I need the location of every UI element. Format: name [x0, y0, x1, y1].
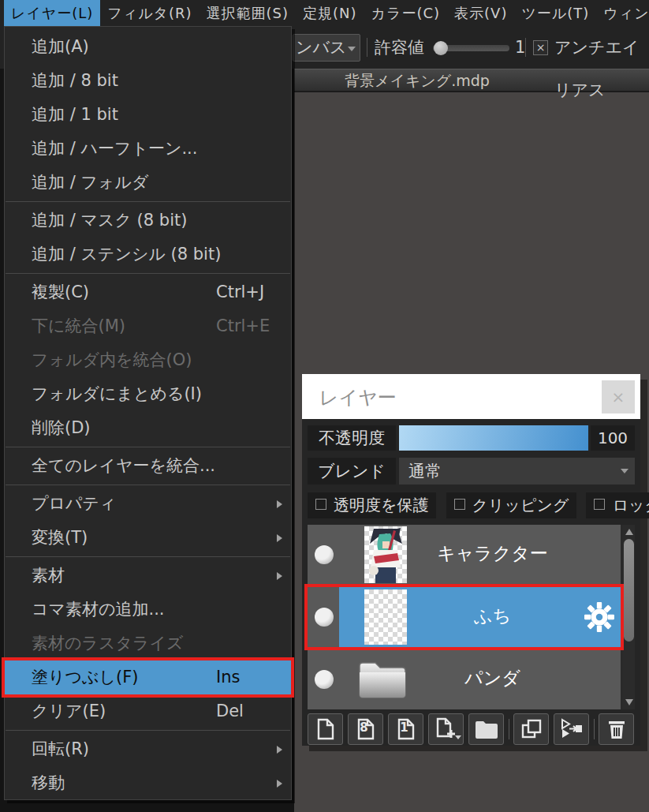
blend-row: ブレンド 通常 — [308, 458, 635, 485]
layers-panel-title: レイヤー — [319, 385, 397, 410]
blend-label: ブレンド — [308, 458, 396, 485]
menubar-item-view[interactable]: 表示(V) — [447, 0, 514, 26]
menu-item-clear[interactable]: クリア(E)Del — [5, 694, 291, 728]
8bit-badge: 8 — [349, 720, 379, 735]
scroll-up-icon[interactable] — [625, 529, 633, 535]
layer-thumbnail — [364, 589, 407, 645]
layers-panel-titlebar[interactable]: レイヤー × — [302, 374, 640, 419]
visibility-toggle-icon[interactable] — [315, 670, 334, 689]
layer-list: キャラクター ふち — [308, 525, 635, 709]
menu-bar: レイヤー(L)フィルタ(R)選択範囲(S)定規(N)カラー(C)表示(V)ツール… — [0, 0, 649, 26]
new-layer-button[interactable] — [308, 713, 343, 745]
menu-item-add[interactable]: 追加(A) — [5, 30, 291, 64]
menubar-item-window[interactable]: ウィンドウ — [596, 0, 649, 26]
layers-panel-body: 不透明度 100 % ブレンド 通常 透明度を保護 クリッピング ロック — [302, 419, 640, 746]
duplicate-layer-button[interactable] — [513, 713, 549, 745]
layer-thumbnail — [364, 526, 407, 583]
new-1bit-layer-button[interactable]: 1 — [388, 713, 423, 745]
menubar-item-tool[interactable]: ツール(T) — [514, 0, 596, 26]
menu-item-add-stencil[interactable]: 追加 / ステンシル (8 bit) — [5, 238, 291, 271]
tolerance-slider-thumb[interactable] — [434, 41, 448, 55]
canvas-button-label: ンバス — [296, 38, 346, 57]
menu-item-group-into-folder[interactable]: フォルダにまとめる(I) — [5, 377, 291, 411]
layer-row-fuchi[interactable]: ふち — [308, 587, 621, 647]
gear-icon[interactable] — [584, 602, 614, 635]
antialias-checkbox[interactable]: × — [533, 40, 548, 55]
close-icon[interactable]: × — [602, 380, 635, 413]
submenu-arrow-icon — [277, 780, 282, 788]
opacity-label: 不透明度 — [308, 425, 396, 451]
new-folder-button[interactable] — [468, 713, 504, 745]
layer-row-character[interactable]: キャラクター — [308, 525, 621, 585]
scroll-down-icon[interactable] — [625, 699, 633, 705]
menubar-item-layer[interactable]: レイヤー(L) — [4, 0, 100, 26]
menubar-item-color[interactable]: カラー(C) — [364, 0, 447, 26]
layer-name: キャラクター — [410, 541, 575, 566]
menu-item-flatten-all[interactable]: 全てのレイヤーを統合... — [5, 449, 291, 483]
chevron-down-icon — [455, 735, 461, 739]
checkbox-square-icon — [454, 499, 465, 510]
menu-item-move[interactable]: 移動 — [5, 766, 291, 800]
tolerance-label: 許容値 — [375, 26, 424, 69]
protect-alpha-checkbox[interactable]: 透明度を保護 — [308, 492, 436, 518]
1bit-badge: 1 — [389, 720, 420, 735]
visibility-toggle-icon[interactable] — [315, 608, 334, 627]
menu-separator — [6, 201, 290, 202]
checkbox-square-icon — [315, 499, 326, 510]
menu-item-add-frame-material[interactable]: コマ素材の追加... — [5, 593, 291, 627]
menu-item-rasterize-material[interactable]: 素材のラスタライズ — [5, 627, 291, 660]
menubar-item-ruler[interactable]: 定規(N) — [296, 0, 364, 26]
character-art — [364, 526, 407, 583]
layer-name: ふち — [410, 604, 575, 628]
blend-mode-select[interactable]: 通常 — [399, 458, 635, 485]
layer-toolbar: 8 1 — [308, 713, 635, 746]
checkbox-square-icon — [594, 499, 605, 510]
transfer-layer-button[interactable] — [554, 713, 589, 745]
submenu-arrow-icon — [277, 746, 282, 754]
chevron-down-icon — [621, 469, 628, 473]
menubar-item-filter[interactable]: フィルタ(R) — [100, 0, 199, 26]
submenu-arrow-icon — [277, 500, 282, 508]
layer-row-panda[interactable]: パンダ — [308, 649, 621, 709]
menubar-item-select[interactable]: 選択範囲(S) — [200, 0, 296, 26]
toolbar-divider — [525, 38, 526, 57]
menu-item-rotate[interactable]: 回転(R) — [5, 732, 291, 766]
opacity-slider[interactable] — [399, 425, 588, 451]
clipping-label: クリッピング — [472, 496, 569, 515]
menu-separator — [6, 730, 290, 731]
menu-item-add-1bit[interactable]: 追加 / 1 bit — [5, 98, 291, 132]
opacity-slider-fill — [399, 425, 588, 451]
menu-item-delete[interactable]: 削除(D) — [5, 411, 291, 445]
layer-menu-dropdown: 追加(A) 追加 / 8 bit 追加 / 1 bit 追加 / ハーフトーン.… — [4, 26, 292, 800]
menu-item-merge-down[interactable]: 下に統合(M)Ctrl+E — [5, 309, 291, 343]
scrollbar-thumb[interactable] — [624, 539, 634, 642]
visibility-toggle-icon[interactable] — [315, 545, 334, 564]
canvas-reference-button[interactable]: ンバス — [293, 34, 360, 62]
lock-checkbox[interactable]: ロック — [586, 492, 649, 518]
menu-item-add-folder[interactable]: 追加 / フォルダ — [5, 166, 291, 200]
layers-panel: レイヤー × 不透明度 100 % ブレンド 通常 透明度を保護 クリッピング … — [302, 374, 640, 746]
menu-item-merge-folder[interactable]: フォルダ内を統合(O) — [5, 343, 291, 377]
new-8bit-layer-button[interactable]: 8 — [348, 713, 383, 745]
menu-separator — [6, 485, 290, 485]
menu-separator — [6, 273, 290, 274]
menu-item-add-halftone[interactable]: 追加 / ハーフトーン... — [5, 132, 291, 166]
tolerance-value: 1 — [515, 26, 525, 69]
add-layer-button[interactable] — [428, 713, 464, 745]
blend-mode-value: 通常 — [408, 462, 442, 481]
submenu-arrow-icon — [277, 534, 282, 542]
toolbar-divider — [509, 719, 509, 739]
clipping-checkbox[interactable]: クリッピング — [446, 492, 577, 518]
delete-layer-button[interactable] — [599, 713, 634, 745]
menu-item-duplicate[interactable]: 複製(C)Ctrl+J — [5, 275, 291, 309]
menu-item-add-mask[interactable]: 追加 / マスク (8 bit) — [5, 204, 291, 238]
menu-item-material[interactable]: 素材 — [5, 559, 291, 593]
menu-item-add-8bit[interactable]: 追加 / 8 bit — [5, 64, 291, 98]
lock-label: ロック — [612, 496, 649, 515]
menu-item-fill[interactable]: 塗りつぶし(F)Ins — [5, 660, 291, 694]
protect-alpha-label: 透明度を保護 — [334, 496, 428, 515]
menu-item-properties[interactable]: プロパティ — [5, 487, 291, 521]
menu-item-convert[interactable]: 変換(T) — [5, 521, 291, 555]
layer-list-scrollbar[interactable] — [623, 525, 635, 709]
opacity-value: 100 % — [591, 425, 635, 451]
